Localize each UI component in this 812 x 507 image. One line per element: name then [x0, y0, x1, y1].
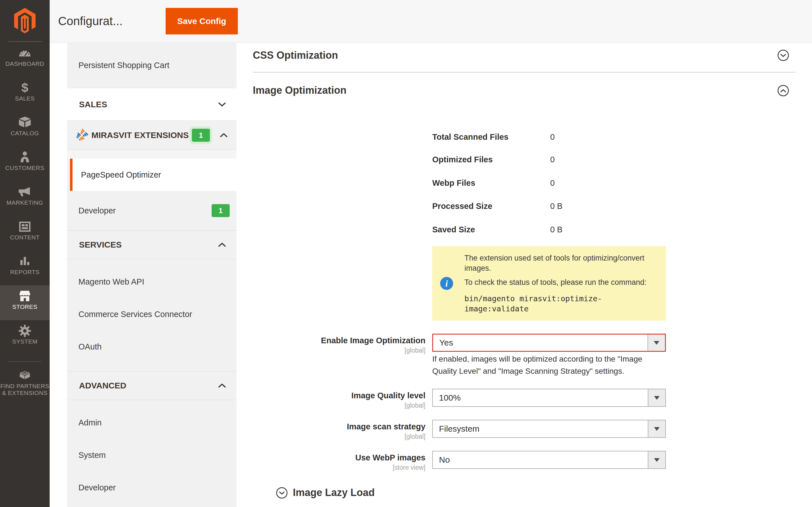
config-nav-item-label: Developer [78, 206, 116, 215]
sidebar-item-label: CATALOG [0, 130, 50, 136]
stat-row-webp-files: Webp Files 0 [432, 177, 555, 189]
magento-logo-icon[interactable] [14, 8, 36, 33]
system-gear-icon [18, 324, 32, 338]
config-nav-item-developer[interactable]: Developer 1 [67, 191, 237, 231]
sidebar-item-label: SALES [0, 95, 50, 102]
field-label-image-quality-level: Image Quality level [global] [285, 390, 426, 409]
select-dropdown-button[interactable] [648, 420, 665, 437]
info-icon: i [440, 277, 453, 290]
config-nav-item-oauth[interactable]: OAuth [67, 331, 237, 363]
sidebar-item-reports[interactable]: REPORTS [0, 251, 50, 285]
stat-row-optimized-files: Optimized Files 0 [432, 153, 555, 166]
services-group-items: Magento Web API Commerce Services Connec… [67, 259, 237, 372]
stat-row-saved-size: Saved Size 0 B [432, 223, 563, 236]
config-nav-item-developer-advanced[interactable]: Developer [67, 471, 237, 504]
stat-label: Total Scanned Files [432, 132, 550, 142]
config-nav-item-label: OAuth [78, 342, 102, 351]
stat-value: 0 [550, 178, 555, 188]
config-nav-group-label: SERVICES [79, 240, 122, 249]
sidebar-item-stores[interactable]: STORES [0, 285, 50, 320]
config-nav-item-persistent-shopping-cart[interactable]: Persistent Shopping Cart [67, 43, 237, 88]
expanded-group-spacer [67, 150, 237, 159]
config-nav-item-system[interactable]: System [67, 439, 237, 471]
chevron-up-icon [780, 89, 786, 93]
stat-value: 0 [550, 155, 555, 164]
config-nav-group-advanced[interactable]: ADVANCED [67, 372, 237, 400]
sidebar-item-customers[interactable]: CUSTOMERS [0, 147, 50, 181]
image-optimization-collapse-button[interactable] [777, 85, 789, 96]
config-nav-group-services[interactable]: SERVICES [67, 231, 237, 259]
sidebar-item-label: & EXTENSIONS [0, 390, 50, 396]
image-quality-level-select[interactable]: 100% [432, 389, 666, 407]
sidebar-item-system[interactable]: SYSTEM [0, 320, 50, 355]
config-nav-item-pagespeed-optimizer[interactable]: PageSpeed Optimizer [70, 159, 237, 191]
chevron-up-icon [220, 132, 228, 138]
config-nav-group-label: SALES [79, 100, 107, 109]
sidebar-item-find-partners[interactable]: FIND PARTNERS & EXTENSIONS [0, 365, 50, 407]
logo-divider [8, 41, 42, 42]
select-dropdown-button[interactable] [647, 335, 665, 351]
section-title-image-lazy-load: Image Lazy Load [293, 486, 375, 500]
sidebar-item-label: DASHBOARD [0, 60, 50, 67]
field-scope: [global] [285, 433, 426, 440]
marketing-megaphone-icon [18, 185, 32, 199]
config-nav-item-label: Persistent Shopping Cart [78, 61, 169, 70]
config-nav-item-label: PageSpeed Optimizer [81, 170, 161, 179]
sidebar-item-marketing[interactable]: MARKETING [0, 181, 50, 216]
config-main-content: CSS Optimization Image Optimization Tota… [237, 43, 812, 507]
config-nav-item-magento-web-api[interactable]: Magento Web API [67, 266, 237, 298]
stat-label: Optimized Files [432, 155, 550, 164]
use-webp-images-select[interactable]: No [432, 451, 666, 469]
catalog-box-icon [18, 116, 32, 129]
chevron-down-icon [780, 54, 786, 57]
select-value: 100% [433, 389, 648, 406]
sidebar-item-label: REPORTS [0, 269, 50, 276]
sidebar-item-label: MARKETING [0, 199, 50, 206]
select-value: No [433, 451, 648, 468]
stat-value: 0 B [550, 225, 563, 234]
chevron-down-icon [279, 491, 285, 495]
field-scope: [global] [285, 347, 426, 354]
stat-row-processed-size: Processed Size 0 B [432, 200, 563, 212]
notice-line-1: The extension used set of tools for opti… [464, 253, 658, 273]
mirasvit-count-badge: 1 [192, 129, 210, 142]
css-optimization-expand-button[interactable] [777, 50, 789, 61]
chevron-up-icon [218, 242, 226, 247]
field-scope: [global] [285, 402, 426, 409]
developer-count-badge: 1 [211, 204, 230, 217]
field-label-text: Enable Image Optimization [285, 335, 426, 345]
sidebar-item-content[interactable]: CONTENT [0, 216, 50, 251]
select-dropdown-button[interactable] [648, 389, 665, 406]
config-nav-group-label: MIRASVIT EXTENSIONS [91, 130, 189, 140]
sidebar-item-dashboard[interactable]: DASHBOARD [0, 42, 50, 77]
sidebar-item-sales[interactable]: $ SALES [0, 77, 50, 112]
field-label-text: Image scan strategy [285, 421, 426, 432]
select-dropdown-button[interactable] [648, 451, 665, 468]
partners-brick-icon [18, 369, 32, 382]
page-title: Configurat... [58, 14, 123, 29]
config-nav-item-label: Commerce Services Connector [78, 310, 192, 319]
section-title-image-optimization: Image Optimization [253, 84, 347, 97]
sidebar-item-catalog[interactable]: CATALOG [0, 112, 50, 147]
dropdown-arrow-icon [654, 396, 660, 400]
config-nav-group-mirasvit-extensions[interactable]: MIRASVIT EXTENSIONS 1 [67, 121, 237, 150]
image-scan-strategy-select[interactable]: Filesystem [432, 420, 666, 438]
field-label-enable-image-optimization: Enable Image Optimization [global] [285, 335, 426, 354]
config-nav-item-admin[interactable]: Admin [67, 406, 237, 439]
page-header: Configurat... Save Config [50, 0, 812, 43]
config-nav-group-label: ADVANCED [79, 381, 126, 390]
advanced-group-items: Admin System Developer [67, 400, 237, 507]
save-config-button[interactable]: Save Config [166, 8, 238, 35]
config-nav-group-sales[interactable]: SALES [67, 88, 237, 121]
enable-image-optimization-select[interactable]: Yes [432, 334, 666, 352]
section-divider [253, 72, 796, 72]
config-nav-item-label: System [78, 451, 106, 460]
select-value: Filesystem [433, 420, 648, 437]
dashboard-icon [18, 46, 32, 60]
sidebar-item-label: STORES [0, 303, 50, 310]
stat-label: Processed Size [432, 202, 550, 211]
image-lazy-load-expand-button[interactable] [276, 487, 288, 499]
config-nav-item-commerce-services-connector[interactable]: Commerce Services Connector [67, 298, 237, 331]
field-label-text: Image Quality level [285, 390, 426, 401]
sidebar-item-label: CONTENT [0, 234, 50, 241]
